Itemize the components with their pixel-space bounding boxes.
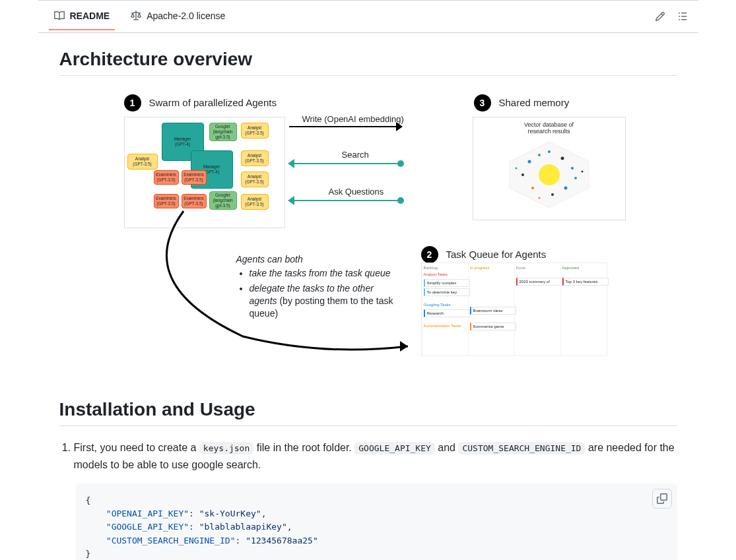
code-search-id: CUSTOM_SEARCH_ENGINE_ID (458, 442, 585, 454)
copy-button[interactable] (652, 489, 672, 509)
tq-card: Top 3 key features (562, 278, 609, 286)
box-googler1: Googler(langchaingpt-3.5) (209, 123, 237, 141)
dot-search (397, 160, 404, 167)
tq-card: Summarise game (470, 323, 516, 330)
arrow-write (289, 126, 401, 127)
svg-point-4 (560, 157, 564, 160)
tab-license[interactable]: Apache-2.0 license (125, 3, 230, 30)
arrow-search (294, 163, 400, 164)
task-queue-panel: Backlog Analyst Tasks Simplify complex T… (421, 263, 607, 356)
tq-row2: Googling Tasks (424, 301, 470, 308)
tab-bar: README Apache-2.0 license (38, 0, 698, 33)
install-steps: First, you need to create a keys.json fi… (59, 439, 677, 473)
readme-content: Architecture overview 1 Swarm of paralle… (38, 49, 698, 560)
tq-col3-header: Done (516, 264, 562, 271)
label-search: Search (342, 150, 369, 160)
svg-point-12 (538, 197, 540, 199)
description-block: Agents can both take the tasks from the … (236, 254, 395, 323)
code-google-key: GOOGLE_API_KEY (354, 442, 435, 454)
box-analyst1: Analyst(GPT-3.5) (127, 154, 158, 170)
desc-bullet-2: delegate the tasks to the other agents (… (250, 282, 395, 320)
box-exam2: Examiners(GPT-3.5) (182, 170, 207, 185)
tq-col2-header: In progress (470, 264, 516, 271)
badge-2: 2 (421, 246, 438, 263)
arrow-ask (294, 200, 400, 201)
tq-card: Research (424, 309, 470, 317)
tab-readme-label: README (70, 11, 110, 21)
tq-row3: Summarization Tasks (424, 323, 470, 329)
svg-point-8 (521, 173, 524, 176)
list-icon[interactable] (677, 11, 688, 22)
badge-1: 1 (124, 94, 141, 111)
badge-3: 3 (474, 94, 491, 111)
tq-card: To determine key (424, 288, 470, 296)
code-content: { "OPENAI_API_KEY": "sk-YoUrKey", "GOOGL… (86, 494, 667, 560)
tq-card: Simplify complex (424, 279, 470, 287)
tq-col1-header: Backlog (424, 264, 470, 271)
svg-point-14 (515, 168, 517, 170)
label-write: Write (OpenAI embedding) (302, 114, 404, 124)
tabs: README Apache-2.0 license (49, 3, 231, 30)
desc-lead: Agents can both (236, 254, 303, 264)
arrow-search-head (288, 159, 294, 168)
install-step-1: First, you need to create a keys.json fi… (74, 439, 677, 473)
tq-row1: Analyst Tasks (424, 271, 470, 278)
svg-point-2 (527, 160, 531, 164)
dot-ask (397, 197, 404, 204)
svg-point-1 (539, 164, 560, 185)
svg-point-5 (571, 167, 574, 170)
vector-viz (500, 139, 599, 211)
tab-readme[interactable]: README (49, 3, 116, 30)
tq-col4-header: Approved (562, 264, 609, 271)
desc-bullet-1: take the tasks from the task queue (250, 267, 395, 280)
svg-point-13 (581, 171, 583, 173)
readme-container: README Apache-2.0 license Architecture o… (38, 0, 698, 560)
box-analyst2: Analyst(GPT-3.5) (241, 123, 269, 139)
arrow-write-head (396, 122, 403, 131)
tq-card: 2023 summary of (516, 278, 562, 286)
tq-card: Brainstorm ideas (470, 307, 516, 315)
pencil-icon[interactable] (655, 11, 665, 22)
queue-title: Task Queue for Agents (446, 249, 547, 260)
code-block-keys: { "OPENAI_API_KEY": "sk-YoUrKey", "GOOGL… (75, 483, 677, 560)
box-analyst3: Analyst(GPT-3.5) (241, 150, 269, 166)
book-icon (54, 11, 65, 21)
law-icon (131, 11, 141, 21)
tab-actions (655, 11, 688, 22)
svg-point-7 (564, 187, 567, 190)
copy-icon (657, 493, 667, 504)
svg-point-3 (538, 154, 541, 156)
svg-point-9 (574, 177, 577, 179)
box-analyst4: Analyst(GPT-3.5) (241, 171, 269, 187)
arrow-ask-head (288, 196, 294, 205)
heading-installation: Installation and Usage (59, 399, 677, 426)
svg-marker-15 (400, 341, 408, 352)
memory-title: Shared memory (499, 97, 570, 108)
mem-header: Vector database ofresearch results (473, 121, 625, 135)
label-ask: Ask Questions (329, 187, 384, 197)
svg-point-11 (551, 193, 554, 196)
heading-architecture: Architecture overview (59, 49, 677, 76)
memory-panel: Vector database ofresearch results (473, 117, 626, 220)
swarm-title: Swarm of parallelized Agents (149, 97, 277, 108)
box-exam1: Examiners(GPT-3.5) (154, 170, 179, 185)
svg-point-10 (548, 150, 551, 153)
tab-license-label: Apache-2.0 license (147, 11, 225, 21)
architecture-diagram: 1 Swarm of parallelized Agents Analyst(G… (111, 89, 626, 373)
code-keys-json: keys.json (199, 442, 253, 454)
svg-point-6 (531, 187, 534, 189)
